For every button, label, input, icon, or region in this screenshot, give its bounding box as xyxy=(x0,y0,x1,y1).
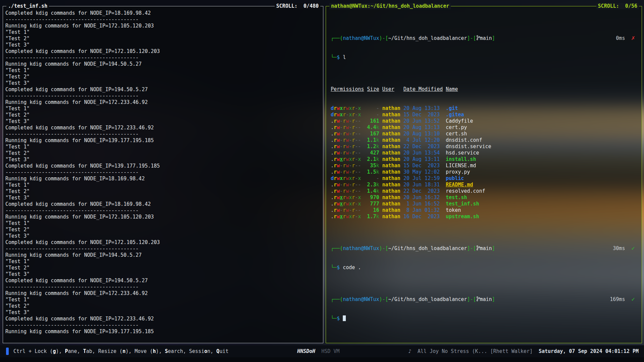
file-row: drwxrwxr-x-nathan20 Jul 12:59public xyxy=(331,175,635,182)
file-size: - xyxy=(367,105,379,112)
terminal-output-line: "Test 1" xyxy=(5,220,321,227)
column-header: Name xyxy=(446,86,458,93)
file-owner: nathan xyxy=(382,131,400,137)
file-row: drwxrwxr-x-nathan20 Aug 13:13.git xyxy=(331,105,635,112)
file-name: dnsdist.service xyxy=(446,143,491,150)
file-size: 2.1k xyxy=(367,156,379,163)
file-permissions: .rwxrwxr-x xyxy=(331,156,364,163)
command-line: └─$ code . xyxy=(331,264,635,271)
keybinding-hints: Ctrl + Lock (g), Pane, Tab, Resize (n), … xyxy=(13,348,228,355)
file-name: install.sh xyxy=(446,156,476,163)
file-size: 1.7k xyxy=(367,214,379,220)
git-branch-icon xyxy=(476,296,480,301)
mode-indicator xyxy=(6,348,9,355)
terminal-output-line: "Test 1" xyxy=(5,258,321,265)
file-permissions: .rw-rw-r-- xyxy=(331,124,364,131)
prompt-path: ~/Git/hns_doh_loadbalancer xyxy=(388,296,467,303)
terminal-output-line: Running kdig commands for NODE_IP=139.17… xyxy=(5,328,321,335)
file-list-header-row: PermissionsSizeUserDate ModifiedName xyxy=(331,86,635,93)
file-size: 35k xyxy=(367,163,379,169)
file-name: README.md xyxy=(446,182,473,188)
file-owner: nathan xyxy=(382,105,400,112)
file-permissions: .rw-rw-r-- xyxy=(331,118,364,124)
prompt-user-host: nathan@NWTux xyxy=(343,35,379,42)
file-permissions: drwxr-xr-x xyxy=(331,112,364,118)
terminal-output-line: Completed kdig commands for NODE_IP=194.… xyxy=(5,86,321,93)
music-note-icon: ♪ xyxy=(408,348,412,354)
file-date: 22 Dec 2023 xyxy=(404,188,443,194)
terminal-output-line: "Test 2" xyxy=(5,265,321,271)
terminal-output-line: Running kdig commands for NODE_IP=172.10… xyxy=(5,214,321,220)
terminal-output-line: ----------------------------------------… xyxy=(5,131,321,137)
host-label: HSD VM xyxy=(321,348,339,354)
screen-bottom-edge xyxy=(0,357,644,362)
file-date: 8 Jan 01:32 xyxy=(404,207,443,214)
terminal-output-line: "Test 2" xyxy=(5,74,321,80)
file-name: test.sh xyxy=(446,194,467,201)
file-name: resolved.conf xyxy=(446,188,485,194)
file-date: 20 Aug 13:11 xyxy=(404,156,443,163)
file-permissions: .rwxrwxr-x xyxy=(331,201,364,207)
terminal-output-line: Running kdig commands for NODE_IP=18.169… xyxy=(5,176,321,182)
file-name: LICENSE.md xyxy=(446,163,476,169)
terminal-output-line: "Test 3" xyxy=(5,118,321,125)
file-owner: nathan xyxy=(382,143,400,150)
file-name: Caddyfile xyxy=(446,118,473,124)
terminal-output-line: "Test 2" xyxy=(5,36,321,42)
terminal-output-line: Completed kdig commands for NODE_IP=18.1… xyxy=(5,10,321,16)
prompt-line: ┌──(nathan@NWTux)-[~/Git/hns_doh_loadbal… xyxy=(331,296,635,303)
file-date: 1 Jun 16:52 xyxy=(404,201,443,207)
file-size: 777 xyxy=(367,201,379,207)
terminal-output-line: "Test 2" xyxy=(5,227,321,233)
file-row: .rwxrwxr-x1.7knathan16 Dec 2023upstream.… xyxy=(331,214,635,220)
terminal-output-line: Completed kdig commands for NODE_IP=18.1… xyxy=(5,201,321,207)
file-date: 4 Jul 12:20 xyxy=(404,137,443,143)
terminal-output-line: "Test 1" xyxy=(5,144,321,150)
file-permissions: .rwxrwxr-x xyxy=(331,214,364,220)
file-date: 20 Jun 16:32 xyxy=(404,194,443,201)
file-permissions: .rw-rw-r-- xyxy=(331,188,364,194)
prompt-line: ┌──(nathan@NWTux)-[~/Git/hns_doh_loadbal… xyxy=(331,245,635,252)
terminal-input[interactable]: └─$ xyxy=(331,315,635,322)
left-terminal-pane[interactable]: ./test_inf.sh SCROLL: 0/480 Completed kd… xyxy=(3,6,323,343)
file-size: 4.4k xyxy=(367,124,379,131)
file-row: .rw-rw-r--1.2knathan22 Dec 2023dnsdist.s… xyxy=(331,143,635,150)
file-row: .rw-rw-r--16nathan 8 Jan 01:32token xyxy=(331,207,635,214)
git-branch-icon xyxy=(476,35,480,40)
terminal-output-line: Completed kdig commands for NODE_IP=172.… xyxy=(5,239,321,246)
column-header: Permissions xyxy=(331,86,364,93)
column-header: Date Modified xyxy=(404,86,443,93)
session-name: HNSDoHHSD VM xyxy=(297,348,339,355)
file-row: .rwxrwxr-x2.1knathan20 Aug 13:11install.… xyxy=(331,156,635,163)
file-owner: nathan xyxy=(382,112,400,118)
terminal-output-line: "Test 1" xyxy=(5,67,321,74)
terminal-output-line: Completed kdig commands for NODE_IP=139.… xyxy=(5,163,321,169)
file-date: 20 Jul 12:59 xyxy=(404,175,443,182)
terminal-output-line: "Test 3" xyxy=(5,233,321,239)
file-name: .git xyxy=(446,105,458,112)
command-text: l xyxy=(343,54,346,60)
file-owner: nathan xyxy=(382,207,400,214)
file-date: 20 Aug 13:13 xyxy=(404,105,443,112)
prompt-git-branch: main xyxy=(480,296,492,303)
terminal-output-line: ----------------------------------------… xyxy=(5,246,321,252)
file-size: 16 xyxy=(367,207,379,214)
terminal-output-line: "Test 3" xyxy=(5,309,321,316)
file-permissions: .rw-rw-r-- xyxy=(331,207,364,214)
file-row: .rw-rw-r--35knathan15 Dec 2023LICENSE.md xyxy=(331,163,635,169)
terminal-output-line: "Test 3" xyxy=(5,157,321,163)
file-size: 167 xyxy=(367,131,379,137)
right-terminal-pane[interactable]: nathan@NWTux:~/Git/hns_doh_loadbalancer … xyxy=(326,6,642,343)
file-permissions: .rw-rw-r-- xyxy=(331,137,364,143)
terminal-output-line: ----------------------------------------… xyxy=(5,93,321,99)
terminal-output-line: Running kdig commands for NODE_IP=139.17… xyxy=(5,137,321,144)
file-owner: nathan xyxy=(382,137,400,143)
command-status-ok-icon: ✓ xyxy=(631,245,635,252)
file-owner: nathan xyxy=(382,201,400,207)
prompt-user-host: nathan@NWTux xyxy=(343,245,379,252)
now-playing: All Joy No Stress (K... [Rhett Walker] xyxy=(412,348,533,354)
file-permissions: .rw-rw-r-- xyxy=(331,182,364,188)
file-row: drwxr-xr-x-nathan15 Dec 2023.gitea xyxy=(331,112,635,118)
clock: Saturday, 07 Sep 2024 04:01:12 PM xyxy=(539,348,639,354)
file-row: .rwxrwxr-x970nathan20 Jun 16:32test.sh xyxy=(331,194,635,201)
